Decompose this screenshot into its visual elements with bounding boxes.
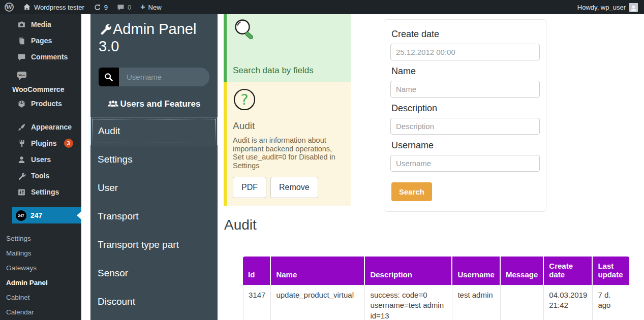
users-group-icon bbox=[108, 100, 118, 108]
plugin-title: Admin Panel 3.0 bbox=[90, 14, 218, 55]
plugin-menu-item-discount[interactable]: Discount bbox=[90, 287, 218, 316]
submenu-item-cabinet[interactable]: Cabinet bbox=[6, 291, 81, 305]
username-input[interactable] bbox=[390, 155, 540, 172]
woocommerce-icon: Woo bbox=[16, 70, 27, 81]
svg-text:?: ? bbox=[240, 91, 248, 108]
247-submenu: Settings Mailings Gateways Admin Panel C… bbox=[0, 223, 81, 320]
current-menu-arrow-icon bbox=[77, 211, 81, 219]
users-icon bbox=[17, 155, 26, 164]
column-header-name: Name bbox=[271, 257, 365, 285]
plugin-menu-item-audit[interactable]: Audit bbox=[90, 117, 218, 145]
submenu-item-settings[interactable]: Settings bbox=[6, 232, 81, 246]
comment-icon bbox=[117, 4, 125, 11]
sidebar-item-products[interactable]: Products bbox=[0, 95, 81, 112]
remove-button[interactable]: Remove bbox=[270, 177, 318, 198]
avatar bbox=[629, 3, 638, 12]
plugin-menu-item-settings[interactable]: Settings bbox=[90, 145, 218, 174]
question-icon: ? bbox=[233, 88, 256, 111]
plus-icon: + bbox=[140, 3, 145, 11]
audit-search-form: Create date Name Description Username Se… bbox=[384, 19, 546, 212]
name-input[interactable] bbox=[390, 81, 540, 98]
plugin-menu-item-transport-type-part[interactable]: Transport type part bbox=[90, 231, 218, 259]
sidebar-item-woocommerce[interactable]: Woo WooCommerce bbox=[0, 70, 81, 93]
sidebar-item-media[interactable]: Media bbox=[0, 16, 81, 33]
description-input[interactable] bbox=[390, 118, 540, 135]
wordpress-logo-icon: W bbox=[5, 3, 14, 12]
column-header-message: Message bbox=[501, 257, 544, 285]
tools-wrench-icon bbox=[17, 172, 26, 180]
table-header-row: Id Name Description Username Message Cre… bbox=[243, 257, 629, 285]
settings-sliders-icon bbox=[17, 188, 26, 197]
howdy-text: Howdy, wp_user bbox=[577, 4, 626, 11]
account-menu[interactable]: Howdy, wp_user bbox=[571, 0, 644, 14]
plugin-menu-item-user[interactable]: User bbox=[90, 174, 218, 202]
table-row: 3147 update_product_virtual success: cod… bbox=[243, 285, 629, 320]
submenu-item-admin-panel[interactable]: Admin Panel bbox=[6, 276, 81, 291]
media-icon bbox=[17, 20, 26, 29]
plugin-menu-item-sensor[interactable]: Sensor bbox=[90, 259, 218, 287]
247-badge-icon: 247 bbox=[16, 210, 26, 221]
comments-icon bbox=[17, 53, 26, 61]
cell-create-date: 04.03.2019 21:42 bbox=[544, 285, 593, 320]
create-date-label: Create date bbox=[391, 29, 539, 40]
search-info-box: Search data by fields bbox=[224, 14, 351, 82]
site-name-link[interactable]: Wordpress tester bbox=[18, 0, 89, 14]
wp-logo-menu[interactable]: W bbox=[0, 0, 18, 14]
new-content-button[interactable]: + New bbox=[136, 0, 166, 14]
description-label: Description bbox=[391, 103, 539, 114]
sidebar-item-247[interactable]: 247 247 bbox=[12, 207, 81, 223]
submenu-item-gateways[interactable]: Gateways bbox=[6, 261, 81, 276]
svg-text:Woo: Woo bbox=[19, 74, 25, 77]
wp-admin-menu: Media Pages Comments Woo WooCommerce Pro… bbox=[0, 14, 81, 320]
updates-indicator[interactable]: 9 bbox=[89, 0, 112, 14]
comments-indicator[interactable]: 0 bbox=[112, 0, 136, 14]
audit-info-box: ? Audit Audit is an information about im… bbox=[224, 82, 351, 206]
username-search bbox=[99, 68, 209, 86]
cell-message bbox=[501, 285, 544, 320]
sidebar-item-tools[interactable]: Tools bbox=[0, 168, 81, 184]
cell-description: success: code=0 username=test admin id=1… bbox=[365, 285, 452, 320]
audit-box-description: Audit is an information about important … bbox=[233, 136, 345, 170]
plugins-update-badge: 3 bbox=[64, 139, 73, 148]
update-icon bbox=[94, 4, 101, 11]
column-header-last-update: Last update bbox=[593, 257, 629, 285]
sidebar-search-button[interactable] bbox=[99, 68, 119, 86]
user-silhouette-icon bbox=[630, 5, 637, 12]
section-heading-users-and-features: Users and Features bbox=[90, 99, 218, 109]
products-icon bbox=[17, 100, 26, 108]
sidebar-item-pages[interactable]: Pages bbox=[0, 33, 81, 49]
site-name: Wordpress tester bbox=[34, 4, 84, 11]
cell-username: test admin bbox=[452, 285, 501, 320]
column-header-create-date: Create date bbox=[544, 257, 593, 285]
cell-last-update: 7 d. ago bbox=[593, 285, 629, 320]
column-header-username: Username bbox=[452, 257, 501, 285]
sidebar-item-appearance[interactable]: Appearance bbox=[0, 119, 81, 135]
pdf-button[interactable]: PDF bbox=[233, 177, 266, 198]
magnifier-icon bbox=[233, 18, 257, 43]
wrench-icon bbox=[99, 22, 112, 36]
sidebar-item-plugins[interactable]: Plugins 3 bbox=[0, 135, 81, 151]
plugin-menu: Audit Settings User Transport Transport … bbox=[90, 117, 218, 316]
column-header-description: Description bbox=[365, 257, 452, 285]
plugin-menu-item-transport[interactable]: Transport bbox=[90, 202, 218, 231]
info-boxes-column: Search data by fields ? Audit Audit is a… bbox=[224, 14, 351, 206]
sidebar-item-settings[interactable]: Settings bbox=[0, 184, 81, 200]
sidebar-item-users[interactable]: Users bbox=[0, 151, 81, 168]
new-label: New bbox=[148, 4, 162, 11]
submenu-item-calendar[interactable]: Calendar bbox=[6, 305, 81, 320]
admin-panel-sidebar: Admin Panel 3.0 Users and Features Audit… bbox=[90, 14, 218, 320]
comments-count: 0 bbox=[128, 4, 131, 11]
cell-id: 3147 bbox=[243, 285, 271, 320]
sidebar-item-comments[interactable]: Comments bbox=[0, 49, 81, 65]
cell-name: update_product_virtual bbox=[271, 285, 365, 320]
audit-box-title: Audit bbox=[233, 120, 345, 132]
page-title: Audit bbox=[224, 217, 257, 233]
search-box-text: Search data by fields bbox=[233, 66, 345, 76]
pages-icon bbox=[17, 37, 26, 45]
username-search-input[interactable] bbox=[119, 68, 209, 86]
submenu-item-mailings[interactable]: Mailings bbox=[6, 246, 81, 261]
create-date-input[interactable] bbox=[390, 44, 540, 60]
search-button[interactable]: Search bbox=[391, 182, 432, 201]
admin-bar: W Wordpress tester 9 0 + New Howdy, wp_u… bbox=[0, 0, 644, 14]
home-icon bbox=[23, 3, 31, 11]
